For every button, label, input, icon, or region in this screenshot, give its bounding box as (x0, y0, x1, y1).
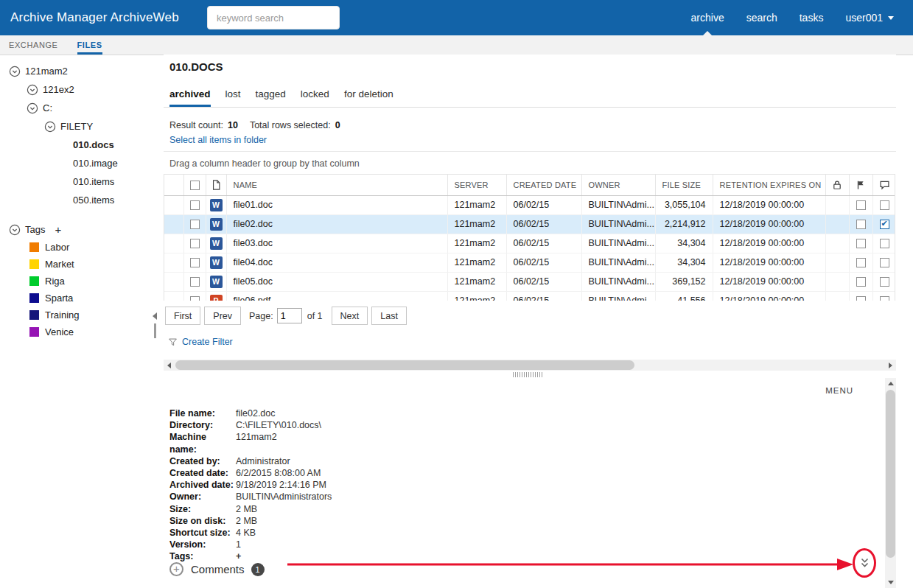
add-comment-icon[interactable] (169, 562, 183, 576)
row-checkbox[interactable] (190, 277, 200, 287)
scroll-left-button[interactable] (164, 360, 175, 371)
horizontal-scrollbar[interactable] (164, 360, 896, 371)
tree-item-050-items[interactable]: 050.items (0, 191, 158, 209)
table-row[interactable]: W file02.doc 121mam2 06/02/15 BUILTIN\Ad… (164, 214, 895, 234)
row-checkbox[interactable] (190, 296, 200, 301)
prev-page-button[interactable]: Prev (204, 307, 241, 325)
column-header-name[interactable]: NAME (226, 175, 447, 195)
tab-files[interactable]: FILES (77, 41, 102, 55)
tag-riga[interactable]: Riga (0, 273, 158, 290)
tab-exchange[interactable]: EXCHANGE (9, 41, 58, 55)
flag-checkbox[interactable] (856, 220, 866, 229)
scroll-up-button[interactable] (885, 378, 896, 389)
scroll-down-button[interactable] (885, 577, 896, 588)
vertical-scrollbar-thumb[interactable] (886, 390, 895, 558)
tag-venice[interactable]: Venice (0, 323, 158, 340)
table-row[interactable]: W file01.doc 121mam2 06/02/15 BUILTIN\Ad… (164, 195, 895, 214)
splitter-grip[interactable] (154, 323, 156, 338)
comment-column-header[interactable] (872, 175, 895, 195)
tree-item-010-image[interactable]: 010.image (0, 154, 158, 172)
horizontal-scrollbar-thumb[interactable] (175, 360, 634, 370)
select-all-checkbox[interactable] (190, 181, 200, 190)
lock-column-header[interactable] (825, 175, 849, 195)
tag-sparta[interactable]: Sparta (0, 290, 158, 307)
table-row[interactable]: P file06.pdf 121mam2 06/02/15 BUILTIN\Ad… (164, 291, 895, 301)
add-tag-button[interactable]: + (55, 223, 61, 236)
tag-labor[interactable]: Labor (0, 239, 158, 256)
comment-checkbox[interactable] (880, 220, 889, 229)
tree-item-121ex2[interactable]: 121ex2 (0, 80, 158, 99)
next-page-button[interactable]: Next (332, 307, 368, 325)
cell-name: file01.doc (226, 195, 447, 214)
tree-item-tags[interactable]: Tags + (0, 220, 158, 239)
comment-checkbox[interactable] (880, 200, 889, 210)
table-row[interactable]: W file05.doc 121mam2 06/02/15 BUILTIN\Ad… (164, 272, 895, 291)
cell-retention: 12/18/2019 00:00:00 (713, 234, 825, 253)
column-header-owner[interactable]: OWNER (581, 175, 655, 195)
tab-locked[interactable]: locked (301, 88, 329, 107)
expander-icon[interactable] (27, 102, 38, 114)
flag-checkbox[interactable] (856, 277, 866, 287)
flag-checkbox[interactable] (856, 239, 866, 248)
comment-checkbox[interactable] (880, 296, 889, 301)
tab-lost[interactable]: lost (225, 88, 241, 107)
nav-user-menu[interactable]: user001 (845, 0, 894, 35)
panel-splitter-grip[interactable] (513, 372, 544, 377)
tree-item-121mam2[interactable]: 121mam2 (0, 62, 158, 80)
expander-icon[interactable] (9, 66, 21, 77)
comment-checkbox[interactable] (880, 277, 889, 287)
row-checkbox[interactable] (190, 258, 200, 267)
tag-market[interactable]: Market (0, 256, 158, 273)
cell-created: 06/02/15 (506, 195, 581, 214)
tree-item-010-docs[interactable]: 010.docs (0, 136, 158, 154)
cell-owner: BUILTIN\Admi... (581, 272, 655, 291)
keyword-search-input[interactable] (207, 6, 340, 29)
tab-archived[interactable]: archived (169, 88, 211, 107)
comment-checkbox[interactable] (880, 239, 889, 248)
result-count-value: 10 (228, 120, 238, 130)
nav-archive[interactable]: archive (691, 0, 724, 35)
expander-icon[interactable] (9, 224, 21, 236)
expander-icon[interactable] (44, 121, 56, 133)
select-all-items-link[interactable]: Select all items in folder (169, 135, 267, 145)
cell-lock (825, 272, 849, 291)
flag-checkbox[interactable] (856, 296, 866, 301)
tab-for-deletion[interactable]: for deletion (344, 88, 393, 107)
expander-icon[interactable] (27, 84, 38, 96)
details-menu-button[interactable]: MENU (825, 386, 853, 395)
rows-selected-value: 0 (335, 120, 340, 130)
nav-tasks[interactable]: tasks (800, 0, 824, 35)
flag-column-header[interactable] (849, 175, 872, 195)
file-type-column-header[interactable] (206, 175, 226, 195)
page-number-input[interactable] (277, 308, 302, 323)
tree-item-010-items[interactable]: 010.items (0, 172, 158, 191)
collapse-sidebar-icon[interactable] (153, 312, 157, 320)
tag-color-swatch (29, 293, 39, 303)
column-header-server[interactable]: SERVER (447, 175, 506, 195)
tree-item-filety[interactable]: FILETY (0, 117, 158, 136)
expand-comments-button[interactable] (860, 557, 870, 569)
flag-checkbox[interactable] (856, 200, 866, 210)
column-header-created-date[interactable]: CREATED DATE (506, 175, 581, 195)
comments-count-badge: 1 (251, 563, 265, 576)
create-filter-link[interactable]: Create Filter (168, 337, 233, 347)
table-row[interactable]: W file03.doc 121mam2 06/02/15 BUILTIN\Ad… (164, 234, 895, 253)
flag-checkbox[interactable] (856, 258, 866, 267)
nav-search[interactable]: search (746, 0, 777, 35)
sidebar-splitter[interactable] (150, 312, 160, 345)
tree-item-c-drive[interactable]: C: (0, 99, 158, 117)
last-page-button[interactable]: Last (371, 307, 407, 325)
row-checkbox[interactable] (190, 220, 200, 229)
row-checkbox[interactable] (190, 200, 200, 210)
table-row[interactable]: W file04.doc 121mam2 06/02/15 BUILTIN\Ad… (164, 253, 895, 272)
column-header-file-size[interactable]: FILE SIZE (655, 175, 713, 195)
row-checkbox[interactable] (190, 239, 200, 248)
add-tag-button[interactable]: + (236, 550, 241, 562)
tag-training[interactable]: Training (0, 307, 158, 323)
first-page-button[interactable]: First (165, 307, 200, 325)
scroll-right-button[interactable] (885, 360, 896, 371)
vertical-scrollbar[interactable] (885, 378, 896, 588)
column-header-retention[interactable]: RETENTION EXPIRES ON (713, 175, 825, 195)
comment-checkbox[interactable] (880, 258, 889, 267)
tab-tagged[interactable]: tagged (256, 88, 286, 107)
